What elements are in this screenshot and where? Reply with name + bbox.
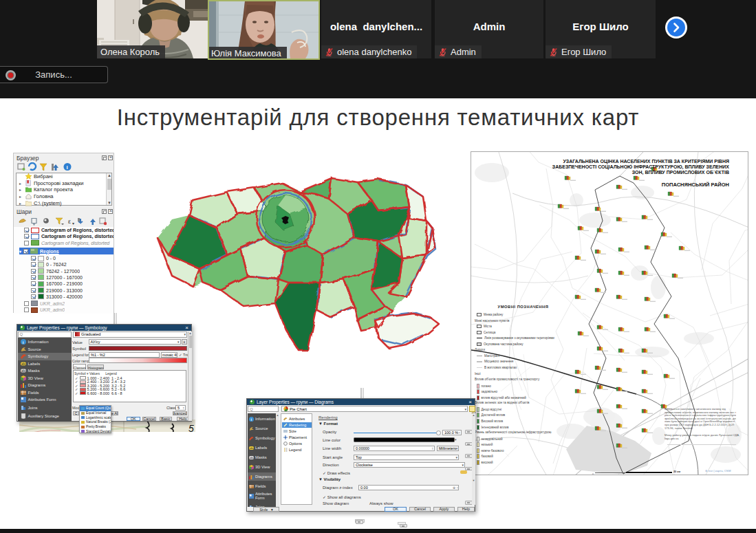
svg-text:i: i	[67, 164, 68, 171]
svg-text:▾: ▾	[72, 221, 74, 226]
svg-text:ε: ε	[68, 218, 71, 225]
svg-text:5: 5	[188, 423, 194, 432]
svg-text:abc: abc	[21, 362, 26, 366]
svg-text:abc: abc	[250, 446, 254, 450]
svg-text:abc: abc	[21, 369, 26, 373]
svg-text:abc: abc	[250, 456, 254, 459]
